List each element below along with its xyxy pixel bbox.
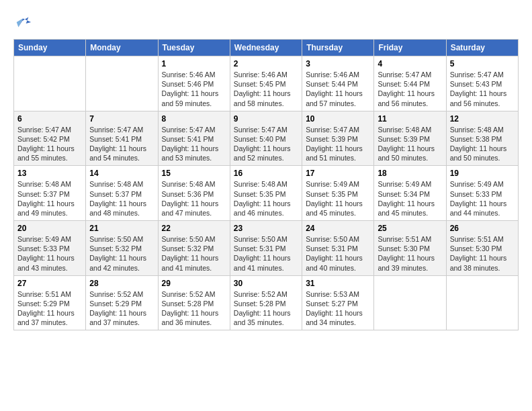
day-number: 9 bbox=[234, 114, 298, 124]
day-info: Sunrise: 5:49 AM Sunset: 5:34 PM Dayligh… bbox=[378, 179, 442, 218]
col-header-monday: Monday bbox=[86, 40, 158, 56]
day-info: Sunrise: 5:49 AM Sunset: 5:35 PM Dayligh… bbox=[306, 179, 370, 218]
day-number: 3 bbox=[306, 59, 370, 68]
day-info: Sunrise: 5:50 AM Sunset: 5:31 PM Dayligh… bbox=[306, 234, 370, 273]
calendar-cell: 17Sunrise: 5:49 AM Sunset: 5:35 PM Dayli… bbox=[302, 166, 374, 221]
day-number: 26 bbox=[450, 224, 515, 233]
calendar-cell: 1Sunrise: 5:46 AM Sunset: 5:46 PM Daylig… bbox=[158, 56, 230, 111]
day-number: 15 bbox=[162, 169, 226, 178]
day-number: 10 bbox=[306, 114, 370, 124]
day-number: 19 bbox=[450, 169, 515, 178]
calendar-cell: 24Sunrise: 5:50 AM Sunset: 5:31 PM Dayli… bbox=[302, 221, 374, 276]
day-number: 23 bbox=[234, 224, 298, 233]
calendar-body: 1Sunrise: 5:46 AM Sunset: 5:46 PM Daylig… bbox=[14, 56, 519, 330]
day-number: 11 bbox=[378, 114, 442, 124]
day-info: Sunrise: 5:48 AM Sunset: 5:39 PM Dayligh… bbox=[378, 125, 442, 163]
day-info: Sunrise: 5:52 AM Sunset: 5:28 PM Dayligh… bbox=[162, 289, 226, 328]
day-number: 20 bbox=[17, 224, 82, 233]
calendar-cell: 21Sunrise: 5:50 AM Sunset: 5:32 PM Dayli… bbox=[86, 221, 158, 276]
day-info: Sunrise: 5:47 AM Sunset: 5:39 PM Dayligh… bbox=[306, 125, 370, 163]
day-info: Sunrise: 5:46 AM Sunset: 5:46 PM Dayligh… bbox=[162, 70, 226, 108]
day-info: Sunrise: 5:48 AM Sunset: 5:35 PM Dayligh… bbox=[234, 179, 298, 218]
day-info: Sunrise: 5:52 AM Sunset: 5:28 PM Dayligh… bbox=[234, 289, 298, 328]
col-header-sunday: Sunday bbox=[14, 40, 86, 56]
day-info: Sunrise: 5:50 AM Sunset: 5:31 PM Dayligh… bbox=[234, 234, 298, 273]
col-header-friday: Friday bbox=[374, 40, 446, 56]
day-number: 6 bbox=[17, 114, 82, 124]
day-number: 29 bbox=[162, 279, 226, 288]
day-info: Sunrise: 5:50 AM Sunset: 5:32 PM Dayligh… bbox=[89, 234, 154, 273]
calendar-cell: 4Sunrise: 5:47 AM Sunset: 5:44 PM Daylig… bbox=[374, 56, 446, 111]
calendar-week-3: 13Sunrise: 5:48 AM Sunset: 5:37 PM Dayli… bbox=[14, 166, 519, 221]
calendar-cell: 11Sunrise: 5:48 AM Sunset: 5:39 PM Dayli… bbox=[374, 111, 446, 166]
day-info: Sunrise: 5:51 AM Sunset: 5:30 PM Dayligh… bbox=[450, 234, 515, 273]
day-number: 2 bbox=[234, 59, 298, 68]
day-info: Sunrise: 5:49 AM Sunset: 5:33 PM Dayligh… bbox=[450, 179, 515, 218]
calendar-cell: 20Sunrise: 5:49 AM Sunset: 5:33 PM Dayli… bbox=[14, 221, 86, 276]
calendar-cell: 25Sunrise: 5:51 AM Sunset: 5:30 PM Dayli… bbox=[374, 221, 446, 276]
day-number: 18 bbox=[378, 169, 442, 178]
day-number: 17 bbox=[306, 169, 370, 178]
calendar-cell bbox=[86, 56, 158, 111]
calendar-cell: 29Sunrise: 5:52 AM Sunset: 5:28 PM Dayli… bbox=[158, 275, 230, 330]
calendar-cell: 7Sunrise: 5:47 AM Sunset: 5:41 PM Daylig… bbox=[86, 111, 158, 166]
day-info: Sunrise: 5:48 AM Sunset: 5:37 PM Dayligh… bbox=[17, 179, 82, 218]
day-info: Sunrise: 5:50 AM Sunset: 5:32 PM Dayligh… bbox=[162, 234, 226, 273]
calendar-header: SundayMondayTuesdayWednesdayThursdayFrid… bbox=[14, 40, 519, 56]
calendar-cell: 26Sunrise: 5:51 AM Sunset: 5:30 PM Dayli… bbox=[446, 221, 518, 276]
day-info: Sunrise: 5:48 AM Sunset: 5:37 PM Dayligh… bbox=[89, 179, 154, 218]
calendar-cell: 16Sunrise: 5:48 AM Sunset: 5:35 PM Dayli… bbox=[230, 166, 302, 221]
calendar-cell: 12Sunrise: 5:48 AM Sunset: 5:38 PM Dayli… bbox=[446, 111, 518, 166]
day-number: 7 bbox=[89, 114, 154, 124]
day-number: 27 bbox=[17, 279, 82, 288]
day-number: 30 bbox=[234, 279, 298, 288]
col-header-wednesday: Wednesday bbox=[230, 40, 302, 56]
day-number: 16 bbox=[234, 169, 298, 178]
col-header-saturday: Saturday bbox=[446, 40, 518, 56]
calendar-cell: 14Sunrise: 5:48 AM Sunset: 5:37 PM Dayli… bbox=[86, 166, 158, 221]
calendar-cell: 5Sunrise: 5:47 AM Sunset: 5:43 PM Daylig… bbox=[446, 56, 518, 111]
calendar-cell bbox=[374, 275, 446, 330]
calendar-cell: 30Sunrise: 5:52 AM Sunset: 5:28 PM Dayli… bbox=[230, 275, 302, 330]
calendar-cell: 31Sunrise: 5:53 AM Sunset: 5:27 PM Dayli… bbox=[302, 275, 374, 330]
calendar-cell: 8Sunrise: 5:47 AM Sunset: 5:41 PM Daylig… bbox=[158, 111, 230, 166]
calendar-week-2: 6Sunrise: 5:47 AM Sunset: 5:42 PM Daylig… bbox=[14, 111, 519, 166]
day-number: 14 bbox=[89, 169, 154, 178]
calendar-cell: 6Sunrise: 5:47 AM Sunset: 5:42 PM Daylig… bbox=[14, 111, 86, 166]
calendar-cell: 3Sunrise: 5:46 AM Sunset: 5:44 PM Daylig… bbox=[302, 56, 374, 111]
day-info: Sunrise: 5:46 AM Sunset: 5:45 PM Dayligh… bbox=[234, 70, 298, 108]
calendar-cell: 2Sunrise: 5:46 AM Sunset: 5:45 PM Daylig… bbox=[230, 56, 302, 111]
logo-icon bbox=[13, 13, 32, 32]
day-info: Sunrise: 5:52 AM Sunset: 5:29 PM Dayligh… bbox=[89, 289, 154, 328]
calendar-cell: 19Sunrise: 5:49 AM Sunset: 5:33 PM Dayli… bbox=[446, 166, 518, 221]
svg-marker-1 bbox=[17, 18, 23, 27]
calendar-cell: 28Sunrise: 5:52 AM Sunset: 5:29 PM Dayli… bbox=[86, 275, 158, 330]
day-number: 31 bbox=[306, 279, 370, 288]
day-number: 12 bbox=[450, 114, 515, 124]
calendar-cell: 15Sunrise: 5:48 AM Sunset: 5:36 PM Dayli… bbox=[158, 166, 230, 221]
calendar-cell: 18Sunrise: 5:49 AM Sunset: 5:34 PM Dayli… bbox=[374, 166, 446, 221]
day-info: Sunrise: 5:47 AM Sunset: 5:42 PM Dayligh… bbox=[17, 125, 82, 163]
col-header-thursday: Thursday bbox=[302, 40, 374, 56]
logo bbox=[13, 13, 35, 32]
day-info: Sunrise: 5:48 AM Sunset: 5:38 PM Dayligh… bbox=[450, 125, 515, 163]
day-number: 8 bbox=[162, 114, 226, 124]
calendar-cell: 9Sunrise: 5:47 AM Sunset: 5:40 PM Daylig… bbox=[230, 111, 302, 166]
day-info: Sunrise: 5:48 AM Sunset: 5:36 PM Dayligh… bbox=[162, 179, 226, 218]
calendar-cell: 10Sunrise: 5:47 AM Sunset: 5:39 PM Dayli… bbox=[302, 111, 374, 166]
day-number: 21 bbox=[89, 224, 154, 233]
calendar-cell: 23Sunrise: 5:50 AM Sunset: 5:31 PM Dayli… bbox=[230, 221, 302, 276]
day-info: Sunrise: 5:47 AM Sunset: 5:40 PM Dayligh… bbox=[234, 125, 298, 163]
calendar-cell: 27Sunrise: 5:51 AM Sunset: 5:29 PM Dayli… bbox=[14, 275, 86, 330]
day-info: Sunrise: 5:47 AM Sunset: 5:41 PM Dayligh… bbox=[89, 125, 154, 163]
day-number: 24 bbox=[306, 224, 370, 233]
day-info: Sunrise: 5:49 AM Sunset: 5:33 PM Dayligh… bbox=[17, 234, 82, 273]
day-number: 4 bbox=[378, 59, 442, 68]
calendar-cell bbox=[446, 275, 518, 330]
day-info: Sunrise: 5:47 AM Sunset: 5:41 PM Dayligh… bbox=[162, 125, 226, 163]
day-info: Sunrise: 5:51 AM Sunset: 5:30 PM Dayligh… bbox=[378, 234, 442, 273]
calendar-week-1: 1Sunrise: 5:46 AM Sunset: 5:46 PM Daylig… bbox=[14, 56, 519, 111]
calendar-cell: 22Sunrise: 5:50 AM Sunset: 5:32 PM Dayli… bbox=[158, 221, 230, 276]
day-number: 28 bbox=[89, 279, 154, 288]
day-number: 1 bbox=[162, 59, 226, 68]
